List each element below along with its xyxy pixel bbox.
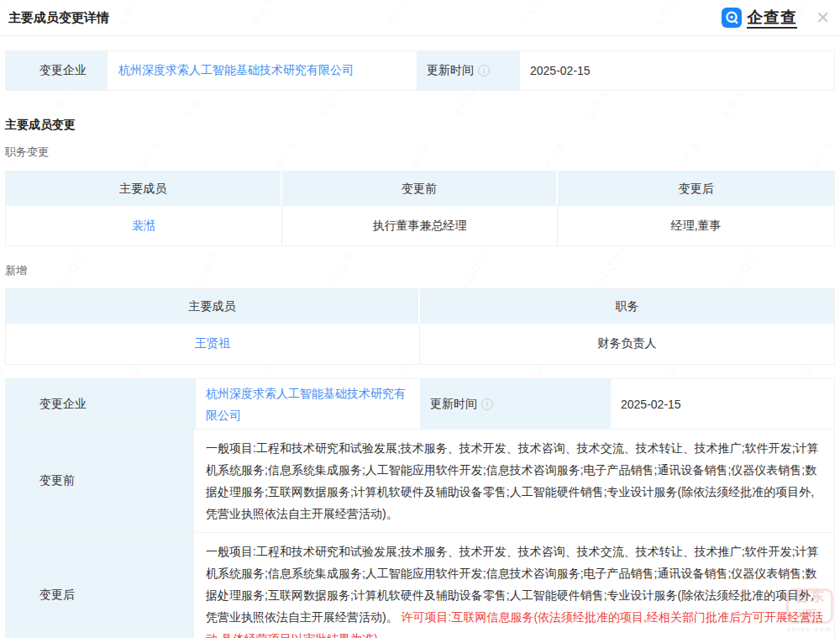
company-label: 变更企业 [6, 379, 196, 429]
table-row: 王贤祖 财务负责人 [6, 324, 834, 364]
scope-after-row: 变更后 一般项目:工程和技术研究和试验发展;技术服务、技术开发、技术咨询、技术交… [6, 533, 834, 638]
column-header-member: 主要成员 [6, 289, 420, 324]
close-icon[interactable]: ✕ [816, 9, 830, 26]
section-title-member-change: 主要成员变更 [5, 118, 835, 133]
column-header-position: 职务 [420, 289, 834, 324]
member-link[interactable]: 王贤祖 [195, 336, 230, 351]
position-change-table: 主要成员 变更前 变更后 裴湉 执行董事兼总经理 经理,董事 [5, 171, 835, 246]
subsection-position-change: 职务变更 [5, 145, 835, 160]
table-header-row: 主要成员 职务 [6, 289, 834, 324]
member-cell: 王贤祖 [6, 324, 420, 364]
scope-before-row: 变更前 一般项目:工程和技术研究和试验发展;技术服务、技术开发、技术咨询、技术交… [6, 430, 834, 533]
company-link[interactable]: 杭州深度求索人工智能基础技术研究有限公司 [206, 382, 408, 426]
info-icon[interactable]: i [481, 398, 493, 410]
column-header-member: 主要成员 [6, 171, 282, 206]
column-header-after: 变更后 [558, 171, 834, 206]
company-cell: 杭州深度求索人工智能基础技术研究有限公司 [196, 379, 420, 429]
summary-table: 变更企业 杭州深度求索人工智能基础技术研究有限公司 更新时间 i 2025-02… [5, 50, 835, 91]
before-label: 变更前 [6, 430, 196, 532]
after-label: 变更后 [6, 533, 196, 638]
qichacha-logo-icon [722, 8, 742, 28]
column-header-before: 变更前 [282, 171, 559, 206]
table-header-row: 主要成员 变更前 变更后 [6, 171, 834, 206]
update-time-label: 更新时间 [430, 397, 477, 412]
update-time-label: 更新时间 [427, 63, 474, 78]
position-cell: 财务负责人 [420, 324, 834, 364]
update-time-label-cell: 更新时间 i [417, 51, 520, 90]
subsection-added: 新增 [5, 263, 835, 278]
scope-summary-row: 变更企业 杭州深度求索人工智能基础技术研究有限公司 更新时间 i 2025-02… [6, 379, 834, 430]
update-time-value: 2025-02-15 [611, 379, 834, 429]
company-label: 变更企业 [6, 51, 108, 90]
member-cell: 裴湉 [6, 206, 282, 245]
page-title: 主要成员变更详情 [8, 10, 109, 26]
position-after-cell: 经理,董事 [558, 206, 834, 245]
added-members-table: 主要成员 职务 王贤祖 财务负责人 [5, 288, 835, 365]
after-scope-text: 一般项目:工程和技术研究和试验发展;技术服务、技术开发、技术咨询、技术交流、技术… [196, 533, 834, 638]
company-link[interactable]: 杭州深度求索人工智能基础技术研究有限公司 [118, 63, 354, 78]
update-time-value: 2025-02-15 [520, 51, 834, 90]
before-scope-text: 一般项目:工程和技术研究和试验发展;技术服务、技术开发、技术咨询、技术交流、技术… [196, 430, 834, 532]
dialog-header: 主要成员变更详情 企查查 ✕ [0, 0, 840, 36]
brand-name: 企查查 [747, 8, 797, 29]
member-link[interactable]: 裴湉 [132, 219, 155, 234]
table-row: 裴湉 执行董事兼总经理 经理,董事 [6, 206, 834, 245]
position-before-cell: 执行董事兼总经理 [282, 206, 559, 245]
company-cell: 杭州深度求索人工智能基础技术研究有限公司 [108, 51, 417, 90]
update-time-label-cell: 更新时间 i [420, 379, 611, 429]
info-icon[interactable]: i [478, 65, 490, 76]
scope-change-table: 变更企业 杭州深度求索人工智能基础技术研究有限公司 更新时间 i 2025-02… [5, 378, 835, 638]
brand-area: 企查查 ✕ [722, 8, 830, 29]
